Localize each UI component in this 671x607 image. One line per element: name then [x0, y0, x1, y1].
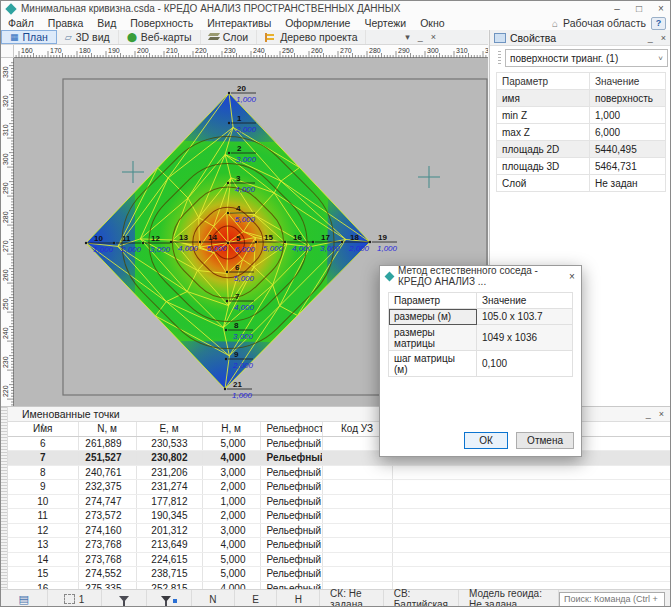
pane-menu-icon[interactable]: ▾ — [405, 32, 410, 42]
cell-empty — [392, 538, 671, 553]
tab-Дерево проекта[interactable]: Дерево проекта — [257, 30, 366, 44]
dialog-title-bar[interactable]: Метод естественного соседа - КРЕДО АНАЛИ… — [380, 266, 581, 286]
dialog-param-value[interactable]: 105.0 x 103.7 — [477, 309, 573, 325]
menu-bar: ФайлПравкаВидПоверхностьИнтерактивыОформ… — [1, 16, 671, 30]
property-row[interactable]: min Z1,000 — [497, 107, 666, 124]
svg-text:2,000: 2,000 — [120, 245, 142, 254]
property-row[interactable]: СлойНе задан — [497, 175, 666, 192]
table-row[interactable]: 8240,761231,2063,000Рельефный — [8, 465, 671, 480]
pane-minimize-icon[interactable]: _ — [418, 32, 423, 42]
chevron-down-icon: ˅ — [658, 54, 663, 63]
workspace-icon[interactable]: ⌂ — [552, 18, 558, 29]
plan-icon: ▦ — [10, 33, 19, 42]
cell — [322, 567, 392, 582]
dialog-param-value[interactable]: 0,100 — [477, 351, 573, 377]
pane-close-icon[interactable]: × — [431, 32, 436, 42]
workspace-label[interactable]: Рабочая область — [563, 17, 646, 29]
property-row[interactable]: имяповерхность — [497, 90, 666, 107]
table-row[interactable]: 14273,768224,6155,000Рельефный — [8, 552, 671, 567]
table-row[interactable]: 15274,552238,7155,000Рельефный — [8, 567, 671, 582]
property-row[interactable]: площадь 2D5440,495 — [497, 141, 666, 158]
filter-icon — [119, 596, 129, 602]
maximize-button[interactable]: □ — [628, 3, 650, 14]
svg-text:14: 14 — [208, 233, 217, 242]
dialog-close-icon[interactable]: × — [563, 271, 581, 282]
svg-text:200: 200 — [137, 47, 149, 54]
column-header-Имя[interactable]: Имя▴ — [8, 422, 78, 436]
props-minimize-icon[interactable]: _ — [648, 33, 653, 43]
table-row[interactable]: 11273,572190,3452,000Рельефный — [8, 509, 671, 524]
cell-empty — [392, 465, 671, 480]
value-column-header[interactable]: Значение — [590, 73, 666, 90]
param-column-header[interactable]: Параметр — [497, 73, 590, 90]
selection-count-indicator[interactable]: 1 — [48, 590, 102, 607]
cell: 177,812 — [136, 494, 202, 509]
tab-Слои[interactable]: Слои — [201, 30, 258, 44]
object-selector-dropdown[interactable]: поверхности трианг. (1) ˅ — [505, 49, 668, 67]
menu-item-Окно[interactable]: Окно — [413, 17, 451, 29]
cell: 3,000 — [202, 465, 260, 480]
column-header-N, м[interactable]: N, м — [78, 422, 136, 436]
dialog-param-value[interactable]: 1049 x 1036 — [477, 325, 573, 351]
svg-text:20: 20 — [237, 84, 246, 93]
props-close-icon[interactable]: × — [661, 33, 666, 43]
menu-item-Вид[interactable]: Вид — [90, 17, 123, 29]
cancel-button[interactable]: Отмена — [516, 432, 574, 449]
filter-tool[interactable] — [102, 590, 147, 607]
property-row[interactable]: max Z6,000 — [497, 124, 666, 141]
ok-button[interactable]: ОК — [464, 432, 508, 449]
tab-label: 3D вид — [76, 31, 110, 43]
plot-tool[interactable]: ▤ — [1, 590, 48, 607]
table-row[interactable]: 10274,747177,8121,000Рельефный — [8, 494, 671, 509]
svg-text:250: 250 — [2, 298, 9, 310]
map-point-19[interactable]: 191,000 — [369, 233, 398, 254]
close-button[interactable]: × — [650, 3, 671, 14]
dialog-param-row[interactable]: размеры (м)105.0 x 103.7 — [389, 309, 573, 325]
column-header-Рельефность[interactable]: Рельефность — [260, 422, 322, 436]
svg-text:3,000: 3,000 — [320, 244, 341, 253]
menu-item-Чертежи[interactable]: Чертежи — [357, 17, 413, 29]
property-value: 5464,731 — [590, 158, 666, 175]
svg-text:1,000: 1,000 — [377, 244, 398, 253]
dialog-param-row[interactable]: шаг матрицы (м)0,100 — [389, 351, 573, 377]
menu-item-Оформление[interactable]: Оформление — [278, 17, 357, 29]
tab-3D вид[interactable]: ▱3D вид — [57, 30, 119, 44]
points-minimize-icon[interactable]: _ — [646, 409, 651, 419]
menu-item-Интерактивы[interactable]: Интерактивы — [200, 17, 278, 29]
dialog-param-name: шаг матрицы (м) — [389, 351, 477, 377]
help-icon[interactable]: ? — [651, 17, 666, 30]
property-row[interactable]: площадь 3D5464,731 — [497, 158, 666, 175]
panel-drag-handle[interactable] — [1, 407, 8, 590]
dialog-param-row[interactable]: размеры матрицы1049 x 1036 — [389, 325, 573, 351]
table-row[interactable]: 9232,375231,2742,000Рельефный — [8, 480, 671, 495]
filter-add-icon — [161, 596, 171, 602]
tab-План[interactable]: ▦План — [1, 30, 57, 44]
svg-text:270: 270 — [340, 47, 352, 54]
cell-empty — [392, 523, 671, 538]
height-system-status[interactable]: СВ: Балтийская — [384, 590, 459, 607]
property-name: max Z — [497, 124, 590, 141]
tab-Веб-карты[interactable]: ⬤Веб-карты — [119, 30, 201, 44]
filter-add-tool[interactable] — [147, 590, 192, 607]
coordinate-system-status[interactable]: СК: Не задана — [320, 590, 384, 607]
svg-text:9: 9 — [234, 350, 239, 359]
column-header-H, м[interactable]: H, м — [202, 422, 260, 436]
table-row[interactable]: 12274,160201,3123,000Рельефный — [8, 523, 671, 538]
svg-text:4,000: 4,000 — [178, 244, 199, 253]
menu-item-Правка[interactable]: Правка — [41, 17, 90, 29]
minimize-button[interactable]: – — [606, 3, 628, 14]
table-row[interactable]: 13273,768213,6494,000Рельефный — [8, 538, 671, 553]
properties-panel-header[interactable]: Свойства _ × — [490, 30, 671, 46]
cell — [322, 494, 392, 509]
menu-item-Поверхность[interactable]: Поверхность — [123, 17, 200, 29]
command-search-input[interactable] — [559, 592, 665, 607]
column-header-E, м[interactable]: E, м — [136, 422, 202, 436]
geoid-model-status[interactable]: Модель геоида: Не задана — [459, 590, 559, 607]
drag-handle[interactable] — [498, 51, 501, 65]
menu-item-Файл[interactable]: Файл — [1, 17, 41, 29]
svg-text:240: 240 — [2, 327, 9, 339]
svg-text:240: 240 — [253, 47, 265, 54]
svg-text:320: 320 — [2, 95, 9, 107]
points-close-icon[interactable]: × — [659, 409, 664, 419]
cell: Рельефный — [260, 523, 322, 538]
